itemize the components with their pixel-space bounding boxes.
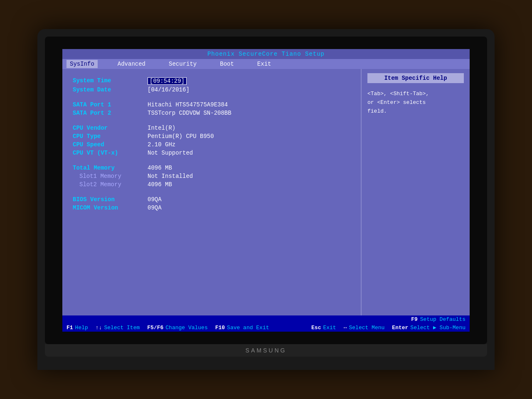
sata1-value: Hitachi HTS547575A9E384 <box>148 101 228 108</box>
laptop-chin: SAMSUNG <box>45 344 487 357</box>
sata1-row: SATA Port 1 Hitachi HTS547575A9E384 <box>73 101 350 108</box>
menu-boot[interactable]: Boot <box>217 60 237 68</box>
arrow-lr-icon: ↔ <box>344 325 347 331</box>
main-content: System Time [09:54:29] System Date [04/1… <box>62 69 470 315</box>
esc-key: Esc <box>311 325 321 331</box>
micom-version-row: MICOM Version 09QA <box>73 204 350 211</box>
info-panel: System Time [09:54:29] System Date [04/1… <box>62 69 362 315</box>
micom-version-label: MICOM Version <box>73 204 148 211</box>
status-bar-bottom: F1 Help ↑↓ Select Item F5/F6 Change Valu… <box>62 323 470 332</box>
change-values-desc: Change Values <box>165 325 207 331</box>
help-desc: Help <box>75 325 88 331</box>
select-menu-desc: Select Menu <box>349 325 385 331</box>
system-time-row: System Time [09:54:29] <box>73 77 350 85</box>
menu-sysinfo[interactable]: SysInfo <box>66 60 98 68</box>
status-bar-top: F9 Setup Defaults <box>62 315 470 323</box>
sata2-value: TSSTcorp CDDVDW SN-208BB <box>148 110 232 116</box>
sata1-label: SATA Port 1 <box>73 101 148 108</box>
save-exit-desc: Save and Exit <box>227 325 269 331</box>
sata2-label: SATA Port 2 <box>73 110 148 116</box>
sub-menu-desc: Select ▶ Sub-Menu <box>410 324 466 331</box>
cpu-vt-label: CPU VT (VT-x) <box>73 150 148 156</box>
enter-key: Enter <box>392 325 408 331</box>
brand-label: SAMSUNG <box>246 347 287 354</box>
bios-version-row: BIOS Version 09QA <box>73 196 350 203</box>
f10-key: F10 <box>215 325 225 331</box>
cpu-type-row: CPU Type Pentium(R) CPU B950 <box>73 133 350 140</box>
menu-security[interactable]: Security <box>165 60 200 68</box>
help-panel-text: <Tab>, <Shift-Tab>,or <Enter> selectsfie… <box>367 90 464 116</box>
micom-version-value: 09QA <box>148 204 162 211</box>
system-date-value: [04/16/2016] <box>148 86 190 93</box>
cpu-vendor-row: CPU Vendor Intel(R) <box>73 125 350 131</box>
slot2-memory-label: Slot2 Memory <box>73 181 148 188</box>
cpu-vendor-value: Intel(R) <box>148 125 175 131</box>
slot2-memory-row: Slot2 Memory 4096 MB <box>73 181 350 188</box>
slot1-memory-row: Slot1 Memory Not Installed <box>73 173 350 180</box>
slot2-memory-value: 4096 MB <box>148 181 172 188</box>
system-time-value[interactable]: [09:54:29] <box>148 77 187 85</box>
bios-version-label: BIOS Version <box>73 196 148 203</box>
bios-screen: Phoenix SecureCore Tiano Setup SysInfo A… <box>62 49 470 332</box>
bios-version-value: 09QA <box>148 196 162 203</box>
help-panel-title: Item Specific Help <box>367 73 464 83</box>
help-panel: Item Specific Help <Tab>, <Shift-Tab>,or… <box>362 69 470 315</box>
laptop-frame: Phoenix SecureCore Tiano Setup SysInfo A… <box>37 29 495 370</box>
f5f6-key: F5/F6 <box>147 325 163 331</box>
bios-title-text: Phoenix SecureCore Tiano Setup <box>207 51 325 57</box>
menu-exit[interactable]: Exit <box>254 60 275 68</box>
total-memory-value: 4096 MB <box>148 165 172 171</box>
setup-defaults-desc: Setup Defaults <box>420 316 466 323</box>
system-time-label: System Time <box>73 77 148 85</box>
cpu-vt-row: CPU VT (VT-x) Not Supported <box>73 150 350 156</box>
cpu-speed-row: CPU Speed 2.10 GHz <box>73 141 350 148</box>
cpu-vendor-label: CPU Vendor <box>73 125 148 131</box>
f1-key: F1 <box>66 325 73 331</box>
menu-advanced[interactable]: Advanced <box>114 60 149 68</box>
total-memory-row: Total Memory 4096 MB <box>73 165 350 171</box>
cpu-speed-label: CPU Speed <box>73 141 148 148</box>
bios-title: Phoenix SecureCore Tiano Setup <box>62 49 470 59</box>
system-date-row: System Date [04/16/2016] <box>73 86 350 93</box>
system-date-label: System Date <box>73 86 148 93</box>
total-memory-label: Total Memory <box>73 165 148 171</box>
slot1-memory-label: Slot1 Memory <box>73 173 148 180</box>
cpu-type-label: CPU Type <box>73 133 148 140</box>
esc-desc: Exit <box>323 325 336 331</box>
screen-bezel: Phoenix SecureCore Tiano Setup SysInfo A… <box>45 37 487 344</box>
cpu-speed-value: 2.10 GHz <box>148 141 175 148</box>
f9-key: F9 <box>411 316 418 323</box>
sata2-row: SATA Port 2 TSSTcorp CDDVDW SN-208BB <box>73 110 350 116</box>
slot1-memory-value: Not Installed <box>148 173 193 180</box>
cpu-type-value: Pentium(R) CPU B950 <box>148 133 214 140</box>
menu-bar: SysInfo Advanced Security Boot Exit <box>62 59 470 69</box>
select-item-desc: Select Item <box>104 325 140 331</box>
arrow-updown-icon: ↑↓ <box>96 325 102 331</box>
cpu-vt-value: Not Supported <box>148 150 193 156</box>
status-bar-container: F9 Setup Defaults F1 Help ↑↓ Select Item… <box>62 315 470 332</box>
